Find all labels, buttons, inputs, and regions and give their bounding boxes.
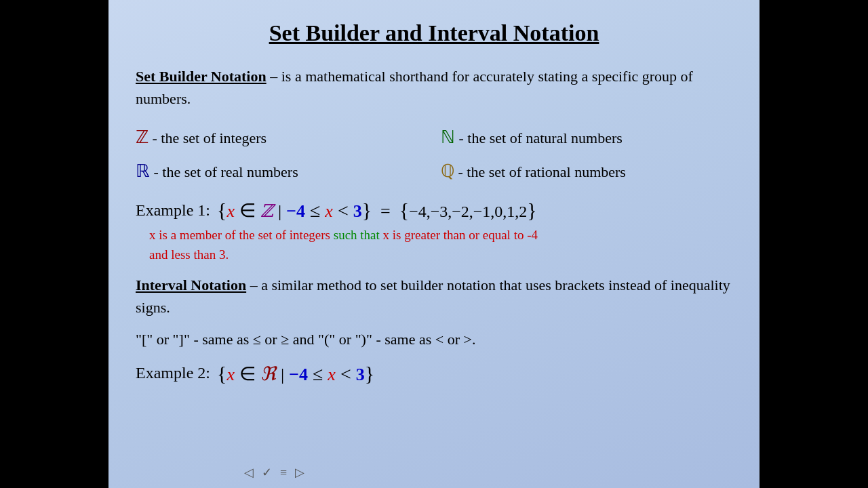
example1-math: {x ∈ ℤ | −4 ≤ x < 3} = {−4,−3,−2,−1,0,1,… <box>217 199 537 222</box>
control-back[interactable]: ◁ <box>244 465 254 480</box>
control-forward[interactable]: ▷ <box>295 465 304 480</box>
example1-block: Example 1: {x ∈ ℤ | −4 ≤ x < 3} = {−4,−3… <box>136 199 732 264</box>
symbol-q: ℚ - the set of rational numbers <box>441 157 732 186</box>
set-builder-heading: Set Builder Notation <box>136 68 267 85</box>
symbol-n: ℕ - the set of natural numbers <box>441 123 732 152</box>
interval-intro: Interval Notation – a similar method to … <box>136 274 732 319</box>
and-connector: and <box>293 331 318 348</box>
example1-explanation: x is a member of the set of integers suc… <box>149 226 732 264</box>
example1-label: Example 1: <box>136 201 210 220</box>
interval-heading: Interval Notation <box>136 277 246 293</box>
explanation-red1: x is a member of the set of integers <box>149 228 334 242</box>
example1-line: Example 1: {x ∈ ℤ | −4 ≤ x < 3} = {−4,−3… <box>136 199 732 222</box>
control-check[interactable]: ✓ <box>262 465 272 480</box>
set-builder-intro: Set Builder Notation – is a mathematical… <box>136 65 732 110</box>
bracket-open: "[" or "]" <box>136 331 190 348</box>
bottom-controls: ◁ ✓ ≡ ▷ <box>244 465 304 480</box>
slide-title: Set Builder and Interval Notation <box>136 20 732 46</box>
example2-label: Example 2: <box>136 364 210 382</box>
example2-line: Example 2: {x ∈ ℜ | −4 ≤ x < 3} <box>136 362 732 385</box>
symbol-r: ℝ - the set of real numbers <box>136 157 427 186</box>
paren-open: "(" or ")" <box>318 331 372 348</box>
explanation-green: such that <box>334 228 380 242</box>
example2-math: {x ∈ ℜ | −4 ≤ x < 3} <box>217 362 374 385</box>
interval-rule: "[" or "]" - same as ≤ or ≥ and "(" or "… <box>136 327 732 352</box>
symbol-z: ℤ - the set of integers <box>136 123 427 152</box>
control-menu[interactable]: ≡ <box>280 466 287 480</box>
interval-section: Interval Notation – a similar method to … <box>136 274 732 384</box>
symbols-grid: ℤ - the set of integers ℕ - the set of n… <box>136 123 732 185</box>
